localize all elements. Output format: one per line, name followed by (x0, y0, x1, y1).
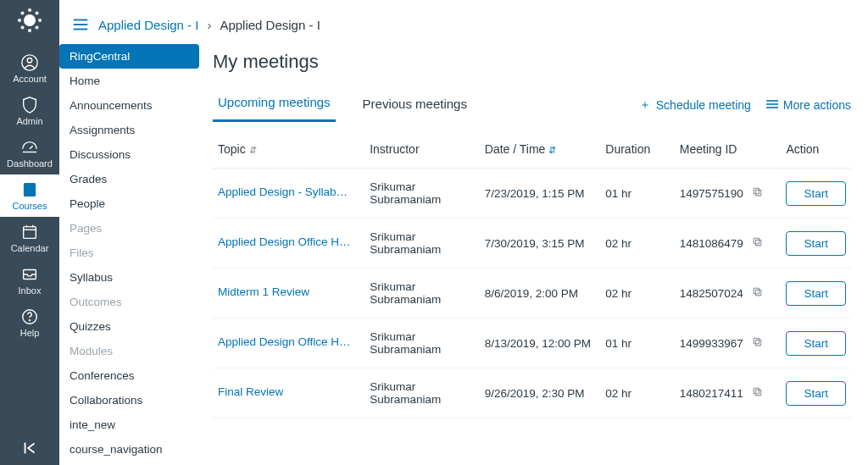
coursenav-item[interactable]: People (59, 191, 199, 216)
nav-help[interactable]: Help (0, 302, 59, 344)
instructor-cell: SrikumarSubramaniam (364, 169, 480, 219)
svg-point-5 (21, 12, 25, 15)
col-action: Action (781, 134, 851, 169)
datetime-cell: 8/6/2019, 2:00 PM (480, 268, 601, 318)
table-row: Midterm 1 ReviewSrikumarSubramaniam8/6/2… (213, 268, 851, 318)
coursenav-item[interactable]: course_navigation (59, 437, 199, 462)
nav-label: Account (13, 74, 47, 84)
instructor-cell: SrikumarSubramaniam (364, 368, 480, 418)
datetime-cell: 7/30/2019, 3:15 PM (480, 219, 601, 268)
user-icon (20, 53, 39, 72)
coursenav-item[interactable]: Collaborations (59, 388, 199, 412)
tab-upcoming[interactable]: Upcoming meetings (213, 88, 336, 122)
svg-point-20 (29, 320, 30, 321)
nav-label: Calendar (11, 243, 49, 253)
start-button[interactable]: Start (786, 231, 846, 256)
col-topic[interactable]: Topic⇵ (213, 134, 364, 169)
meeting-topic-link[interactable]: Applied Design Office Hours … (218, 335, 353, 348)
copy-icon[interactable] (752, 337, 763, 350)
help-icon (20, 307, 39, 326)
meeting-topic-link[interactable]: Final Review (218, 385, 283, 398)
svg-rect-36 (755, 390, 761, 396)
more-actions-button[interactable]: More actions (766, 98, 851, 112)
canvas-logo[interactable] (14, 5, 45, 36)
coursenav-item[interactable]: Grades (59, 167, 199, 191)
svg-rect-34 (755, 340, 761, 346)
table-row: Final ReviewSrikumarSubramaniam9/26/2019… (213, 368, 851, 418)
nav-label: Admin (16, 116, 42, 126)
nav-courses[interactable]: Courses (0, 174, 59, 217)
calendar-icon (20, 223, 39, 241)
start-button[interactable]: Start (786, 331, 846, 356)
coursenav-item[interactable]: Announcements (59, 93, 199, 118)
meeting-id-cell: 1481086479 (675, 219, 782, 268)
hamburger-icon[interactable] (71, 15, 90, 34)
datetime-cell: 8/13/2019, 12:00 PM (480, 318, 601, 368)
coursenav-item[interactable]: Outcomes (59, 290, 199, 314)
coursenav-item[interactable]: Home (59, 69, 199, 93)
svg-rect-30 (755, 240, 761, 246)
meeting-id-cell: 1499933967 (675, 318, 782, 368)
meeting-id-cell: 1497575190 (675, 169, 782, 219)
svg-point-0 (24, 14, 36, 26)
duration-cell: 02 hr (600, 368, 674, 418)
coursenav-item[interactable]: inte_new (59, 412, 199, 437)
tab-previous[interactable]: Previous meetings (358, 90, 472, 121)
svg-point-4 (38, 19, 42, 22)
col-duration[interactable]: Duration (600, 134, 674, 169)
nav-inbox[interactable]: Inbox (0, 259, 59, 302)
gauge-icon (20, 138, 39, 157)
start-button[interactable]: Start (786, 281, 846, 306)
duration-cell: 02 hr (600, 268, 674, 318)
duration-cell: 01 hr (600, 318, 674, 368)
nav-account[interactable]: Account (0, 47, 59, 90)
coursenav-item[interactable]: Quizzes (59, 314, 199, 339)
col-instructor[interactable]: Instructor (364, 134, 480, 169)
nav-dashboard[interactable]: Dashboard (0, 132, 59, 174)
col-meeting-id[interactable]: Meeting ID (675, 134, 782, 169)
breadcrumb-bar: Applied Design - I › Applied Design - I (59, 0, 868, 44)
svg-rect-14 (24, 227, 36, 239)
schedule-label: Schedule meeting (656, 98, 751, 112)
coursenav-item[interactable]: RingCentral (59, 44, 199, 69)
meeting-id-cell: 1480217411 (675, 368, 782, 418)
breadcrumb-course-link[interactable]: Applied Design - I (98, 18, 198, 32)
coursenav-item[interactable]: Pages (59, 216, 199, 241)
copy-icon[interactable] (752, 387, 763, 400)
coursenav-item[interactable]: Conferences (59, 363, 199, 388)
instructor-cell: SrikumarSubramaniam (364, 268, 480, 318)
datetime-cell: 9/26/2019, 2:30 PM (480, 368, 601, 418)
svg-rect-33 (754, 288, 760, 294)
svg-point-6 (36, 12, 39, 15)
schedule-meeting-button[interactable]: ＋ Schedule meeting (639, 97, 751, 113)
meeting-topic-link[interactable]: Applied Design - Syllabus Re… (218, 185, 353, 198)
tabs-row: Upcoming meetings Previous meetings ＋ Sc… (213, 88, 851, 122)
copy-icon[interactable] (752, 287, 763, 300)
svg-rect-31 (754, 238, 760, 244)
coursenav-item[interactable]: Assignments (59, 118, 199, 142)
nav-admin[interactable]: Admin (0, 90, 59, 132)
nav-label: Inbox (19, 285, 42, 296)
instructor-cell: SrikumarSubramaniam (364, 219, 480, 268)
main-content: My meetings Upcoming meetings Previous m… (199, 44, 868, 465)
sort-icon: ⇵ (548, 145, 556, 155)
coursenav-item[interactable]: Modules (59, 339, 199, 363)
meeting-topic-link[interactable]: Midterm 1 Review (218, 285, 309, 298)
meeting-topic-link[interactable]: Applied Design Office Hours … (218, 235, 353, 248)
duration-cell: 01 hr (600, 169, 674, 219)
coursenav-item[interactable]: Discussions (59, 142, 199, 167)
coursenav-item[interactable]: Files (59, 241, 199, 265)
shield-icon (20, 96, 39, 114)
copy-icon[interactable] (752, 237, 763, 250)
copy-icon[interactable] (752, 187, 763, 200)
nav-calendar[interactable]: Calendar (0, 217, 59, 259)
coursenav-item[interactable]: Syllabus (59, 265, 199, 290)
col-datetime[interactable]: Date / Time⇵ (480, 134, 601, 169)
menu-icon (766, 98, 778, 112)
start-button[interactable]: Start (786, 381, 846, 406)
collapse-nav-button[interactable] (0, 431, 59, 465)
table-row: Applied Design Office Hours …SrikumarSub… (213, 318, 851, 368)
start-button[interactable]: Start (786, 181, 846, 206)
svg-point-7 (21, 26, 25, 30)
meeting-id-cell: 1482507024 (675, 268, 782, 318)
